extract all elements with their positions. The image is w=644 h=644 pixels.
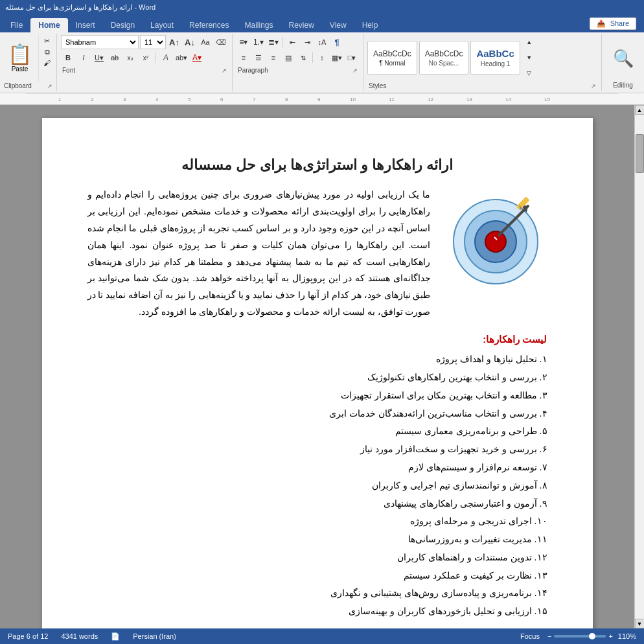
tab-file[interactable]: File	[3, 18, 30, 32]
align-right-button[interactable]: ≡	[266, 51, 281, 65]
page-info: Page 6 of 12	[8, 632, 48, 640]
paragraph-label: Paragraph	[238, 67, 268, 74]
align-center-button[interactable]: ☰	[251, 51, 266, 65]
multilevel-list-button[interactable]: ≣▾	[266, 35, 281, 49]
font-size-select[interactable]: 11	[140, 35, 166, 49]
style-normal[interactable]: AaBbCcDc ¶ Normal	[367, 41, 417, 75]
subscript-button[interactable]: x₂	[123, 51, 137, 65]
styles-expand-button[interactable]: ▽	[522, 66, 536, 80]
style-heading1[interactable]: AaBbCc Heading 1	[470, 41, 520, 75]
zoom-in-button[interactable]: +	[608, 632, 612, 640]
line-spacing-button[interactable]: ↕	[315, 51, 329, 65]
svg-text:10: 10	[350, 97, 356, 102]
list-item: ۱۰. اجرای تدریجی و مرحله‌ای پروژه	[87, 514, 547, 529]
superscript-button[interactable]: x²	[139, 51, 153, 65]
paste-button[interactable]: 📋 Paste	[3, 35, 37, 82]
tab-help[interactable]: Help	[354, 18, 386, 32]
list-item: ۸. آموزش و توانمندسازی تیم اجرایی و کارب…	[87, 478, 547, 494]
search-icon: 🔍	[613, 50, 634, 67]
status-right: Focus − + 110%	[520, 632, 636, 640]
numbering-button[interactable]: 1.▾	[251, 35, 266, 49]
tab-design[interactable]: Design	[103, 18, 143, 32]
cut-button[interactable]: ✂	[41, 36, 52, 46]
clear-format-button[interactable]: ⌫	[214, 35, 228, 49]
scroll-down-button[interactable]: ▼	[635, 619, 645, 628]
svg-text:14: 14	[505, 97, 511, 102]
underline-button[interactable]: U▾	[92, 51, 106, 65]
title-bar: ارائه راهکارها و استراتژی‌ها برای حل مسئ…	[0, 0, 644, 14]
styles-scroll-up[interactable]: ▲	[522, 35, 536, 49]
document-title: ارائه راهکارها و استراتژی‌ها برای حل مسس…	[87, 157, 547, 174]
tab-insert[interactable]: Insert	[68, 18, 103, 32]
styles-scroll-down[interactable]: ▼	[522, 51, 536, 65]
scrollbar-track[interactable]	[635, 115, 644, 619]
svg-text:15: 15	[544, 97, 550, 102]
tab-references[interactable]: References	[181, 18, 236, 32]
zoom-controls: − + 110%	[547, 632, 636, 640]
svg-text:1: 1	[58, 97, 62, 102]
styles-expand[interactable]: ↗	[591, 83, 596, 89]
zoom-out-button[interactable]: −	[547, 632, 551, 640]
zoom-thumb	[589, 633, 595, 639]
ribbon: 📋 Paste ✂ ⧉ 🖌 Clipboard ↗ Shabnam 11 A↑ …	[0, 32, 644, 93]
format-painter-button[interactable]: 🖌	[41, 58, 52, 67]
scroll-up-button[interactable]: ▲	[635, 105, 645, 115]
tab-layout[interactable]: Layout	[143, 18, 181, 32]
text-effects-button[interactable]: A	[159, 51, 173, 65]
styles-scroll: ▲ ▼ ▽	[522, 35, 536, 80]
list-item: ۱۲. تدوین مستندات و راهنماهای کاربران	[87, 550, 547, 566]
document-list: ۱. تحلیل نیازها و اهداف پروژه ۲. بررسی و…	[87, 352, 547, 619]
text-direction-button[interactable]: ⇅	[296, 51, 310, 65]
list-item: ۷. توسعه نرم‌افزار و سیستم‌های لازم	[87, 460, 547, 476]
borders-button[interactable]: □▾	[345, 51, 359, 65]
decrease-font-button[interactable]: A↓	[183, 35, 197, 49]
font-name-select[interactable]: Shabnam	[61, 35, 139, 49]
tab-view[interactable]: View	[322, 18, 354, 32]
document-area: ارائه راهکارها و استراتژی‌ها برای حل مسس…	[0, 105, 644, 628]
decrease-indent-button[interactable]: ⇤	[285, 35, 299, 49]
ruler-marks: 1 2 3 4 5 6 7 8 9 10 11 12 13 14 15	[26, 93, 618, 104]
svg-text:2: 2	[91, 97, 94, 102]
ribbon-tabs: File Home Insert Design Layout Reference…	[0, 14, 644, 32]
increase-indent-button[interactable]: ⇥	[300, 35, 314, 49]
share-button[interactable]: 📤 Share	[590, 17, 636, 30]
font-color-button[interactable]: A▾	[190, 51, 204, 65]
tab-review[interactable]: Review	[281, 18, 321, 32]
increase-font-button[interactable]: A↑	[167, 35, 181, 49]
font-expand[interactable]: ↗	[222, 67, 227, 74]
title-bar-text: ارائه راهکارها و استراتژی‌ها برای حل مسئ…	[5, 3, 155, 12]
italic-button[interactable]: I	[76, 51, 91, 65]
list-item: ۹. آزمون و اعتبارسنجی راهکارهای پیشنهادی	[87, 496, 547, 512]
document-intro: ما یک ارزیابی اولیه در مورد پیش‌نیازهای …	[87, 187, 547, 321]
list-item: ۱۱. مدیریت تغییرات و به‌روزرسانی‌ها	[87, 532, 547, 547]
focus-label[interactable]: Focus	[520, 632, 540, 640]
clipboard-expand[interactable]: ↗	[47, 83, 52, 89]
zoom-slider[interactable]	[554, 635, 606, 638]
align-left-button[interactable]: ≡	[236, 51, 251, 65]
vertical-scrollbar[interactable]: ▲ ▼	[634, 105, 644, 628]
editing-label: Editing	[613, 82, 633, 89]
show-marks-button[interactable]: ¶	[330, 35, 344, 49]
tab-mailings[interactable]: Mailings	[236, 18, 281, 32]
text-highlight-button[interactable]: ab▾	[174, 51, 189, 65]
change-case-button[interactable]: Aa	[198, 35, 213, 49]
style-no-space[interactable]: AaBbCcDc No Spac...	[419, 41, 469, 75]
target-image	[444, 187, 547, 290]
tab-home[interactable]: Home	[30, 18, 67, 32]
bold-button[interactable]: B	[61, 51, 75, 65]
shading-button[interactable]: ▦▾	[330, 51, 344, 65]
list-item: ۱۴. برنامه‌ریزی و پیاده‌سازی روش‌های پشت…	[87, 586, 547, 601]
strikethrough-button[interactable]: ab	[108, 51, 122, 65]
search-button[interactable]: 🔍	[613, 36, 634, 80]
scrollbar-thumb[interactable]	[636, 134, 644, 173]
sort-button[interactable]: ↕A	[315, 35, 329, 49]
bullets-button[interactable]: ≡▾	[236, 35, 251, 49]
paragraph-expand[interactable]: ↗	[352, 67, 358, 74]
svg-text:13: 13	[466, 97, 472, 102]
copy-button[interactable]: ⧉	[41, 47, 52, 57]
doc-icon: 📄	[111, 632, 120, 641]
document-scroll[interactable]: ارائه راهکارها و استراتژی‌ها برای حل مسس…	[0, 105, 634, 628]
justify-button[interactable]: ▤	[281, 51, 295, 65]
svg-rect-23	[516, 196, 529, 210]
svg-text:3: 3	[123, 97, 126, 102]
